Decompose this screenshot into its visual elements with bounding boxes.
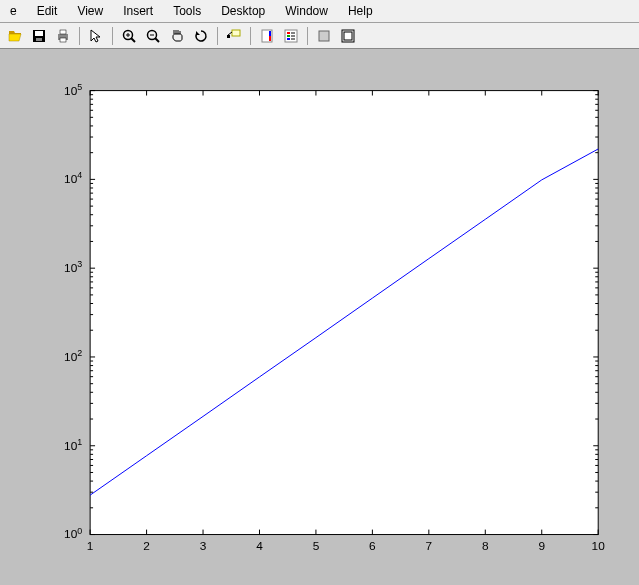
- menu-view[interactable]: View: [67, 2, 113, 20]
- svg-rect-18: [269, 31, 271, 36]
- svg-text:100: 100: [64, 526, 82, 542]
- toolbar-separator: [112, 27, 113, 45]
- svg-text:105: 105: [64, 82, 82, 98]
- menu-tools[interactable]: Tools: [163, 2, 211, 20]
- axes[interactable]: 12345678910100101102103104105: [12, 61, 627, 574]
- svg-rect-2: [36, 38, 42, 41]
- svg-line-14: [228, 32, 232, 35]
- svg-rect-5: [60, 38, 66, 42]
- svg-text:3: 3: [200, 539, 207, 553]
- svg-text:5: 5: [313, 539, 320, 553]
- pointer-icon[interactable]: [85, 25, 107, 47]
- svg-text:104: 104: [64, 170, 82, 186]
- open-icon[interactable]: [4, 25, 26, 47]
- toolbar-separator: [217, 27, 218, 45]
- zoom-in-icon[interactable]: [118, 25, 140, 47]
- show-tools-icon[interactable]: [337, 25, 359, 47]
- figure-area: 12345678910100101102103104105: [0, 49, 639, 585]
- svg-text:6: 6: [369, 539, 376, 553]
- menu-insert[interactable]: Insert: [113, 2, 163, 20]
- print-icon[interactable]: [52, 25, 74, 47]
- svg-text:10: 10: [592, 539, 606, 553]
- svg-text:101: 101: [64, 437, 82, 453]
- svg-text:2: 2: [143, 539, 150, 553]
- svg-line-7: [131, 38, 135, 42]
- legend-icon[interactable]: [280, 25, 302, 47]
- menu-help[interactable]: Help: [338, 2, 383, 20]
- svg-rect-4: [60, 30, 66, 34]
- zoom-out-icon[interactable]: [142, 25, 164, 47]
- svg-rect-15: [227, 35, 230, 38]
- data-cursor-icon[interactable]: [223, 25, 245, 47]
- rotate-icon[interactable]: [190, 25, 212, 47]
- toolbar-separator: [79, 27, 80, 45]
- menu-bar: e Edit View Insert Tools Desktop Window …: [0, 0, 639, 23]
- svg-line-11: [155, 38, 159, 42]
- plot-container: 12345678910100101102103104105: [12, 61, 627, 574]
- svg-rect-29: [90, 91, 598, 535]
- svg-rect-13: [232, 30, 240, 36]
- toolbar-separator: [250, 27, 251, 45]
- svg-text:1: 1: [87, 539, 94, 553]
- menu-file[interactable]: e: [0, 2, 27, 20]
- hide-tools-icon[interactable]: [313, 25, 335, 47]
- pan-icon[interactable]: [166, 25, 188, 47]
- save-icon[interactable]: [28, 25, 50, 47]
- menu-edit[interactable]: Edit: [27, 2, 68, 20]
- svg-rect-26: [319, 31, 329, 41]
- svg-rect-28: [344, 32, 352, 40]
- menu-window[interactable]: Window: [275, 2, 338, 20]
- svg-text:9: 9: [538, 539, 545, 553]
- svg-text:7: 7: [426, 539, 433, 553]
- svg-rect-1: [35, 31, 43, 36]
- svg-text:4: 4: [256, 539, 263, 553]
- menu-desktop[interactable]: Desktop: [211, 2, 275, 20]
- colorbar-icon[interactable]: [256, 25, 278, 47]
- svg-text:102: 102: [64, 348, 82, 364]
- toolbar: [0, 23, 639, 49]
- svg-text:8: 8: [482, 539, 489, 553]
- svg-text:103: 103: [64, 259, 82, 275]
- toolbar-separator: [307, 27, 308, 45]
